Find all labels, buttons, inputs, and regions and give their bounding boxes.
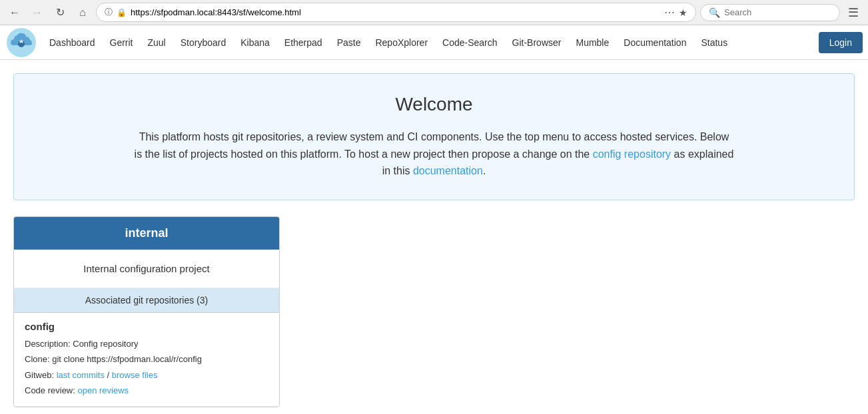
nav-etherpad[interactable]: Etherpad [278, 33, 329, 52]
git-repos-header: Associated git repositories (3) [14, 288, 279, 313]
nav-kibana[interactable]: Kibana [234, 33, 276, 52]
nav-code-search[interactable]: Code-Search [436, 33, 504, 52]
hamburger-menu-button[interactable]: ☰ [844, 3, 863, 22]
app-navbar: Dashboard Gerrit Zuul Storyboard Kibana … [0, 25, 868, 60]
url-input[interactable] [131, 7, 660, 17]
last-commits-link[interactable]: last commits [57, 370, 105, 380]
browser-toolbar: ← → ↻ ⌂ ⓘ 🔒 ⋯ ★ 🔍 ☰ [0, 0, 868, 25]
nav-documentation[interactable]: Documentation [617, 33, 693, 52]
browser-search-bar: 🔍 [700, 4, 840, 21]
repo-description-label: Description: Config repository [25, 339, 139, 349]
repo-info: Description: Config repository Clone: gi… [25, 336, 268, 399]
nav-mumble[interactable]: Mumble [569, 33, 616, 52]
search-input[interactable] [724, 7, 831, 17]
nav-gerrit[interactable]: Gerrit [103, 33, 140, 52]
open-reviews-link[interactable]: open reviews [77, 385, 129, 395]
welcome-title: Welcome [41, 94, 827, 115]
repo-gitweb-label: Gitweb: [25, 370, 57, 380]
search-icon: 🔍 [709, 7, 720, 18]
project-header: internal [14, 217, 279, 250]
repo-gitweb-sep: / [105, 370, 112, 380]
nav-paste[interactable]: Paste [330, 33, 368, 52]
nav-repoxplorer[interactable]: RepoXplorer [368, 33, 434, 52]
app-logo [5, 27, 37, 59]
welcome-end-text: . [483, 165, 486, 176]
more-options-icon[interactable]: ⋯ [664, 6, 675, 19]
nav-status[interactable]: Status [694, 33, 734, 52]
project-description: Internal configuration project [14, 250, 279, 288]
nav-links: Dashboard Gerrit Zuul Storyboard Kibana … [43, 33, 819, 52]
lock-icon: 🔒 [117, 8, 127, 17]
nav-storyboard[interactable]: Storyboard [174, 33, 232, 52]
nav-git-browser[interactable]: Git-Browser [506, 33, 568, 52]
forward-button[interactable]: → [28, 3, 47, 22]
repo-clone-label: Clone: git clone https://sfpodman.local/… [25, 354, 202, 364]
login-button[interactable]: Login [819, 32, 863, 53]
welcome-text: This platform hosts git repositories, a … [135, 128, 734, 180]
welcome-box: Welcome This platform hosts git reposito… [13, 73, 855, 200]
nav-dashboard[interactable]: Dashboard [43, 33, 102, 52]
repo-name: config [25, 321, 268, 332]
documentation-link[interactable]: documentation [413, 165, 483, 176]
info-icon[interactable]: ⓘ [105, 7, 113, 18]
browser-chrome: ← → ↻ ⌂ ⓘ 🔒 ⋯ ★ 🔍 ☰ [0, 0, 868, 25]
main-content: Welcome This platform hosts git reposito… [0, 60, 868, 414]
repo-code-review-label: Code review: [25, 385, 77, 395]
browse-files-link[interactable]: browse files [112, 370, 158, 380]
back-button[interactable]: ← [5, 3, 24, 22]
address-bar: ⓘ 🔒 ⋯ ★ [96, 3, 696, 22]
config-repo-link[interactable]: config repository [593, 148, 671, 160]
bookmark-icon[interactable]: ★ [679, 7, 687, 18]
project-card: internal Internal configuration project … [13, 216, 280, 408]
reload-button[interactable]: ↻ [51, 3, 69, 22]
home-button[interactable]: ⌂ [73, 3, 92, 22]
nav-zuul[interactable]: Zuul [141, 33, 173, 52]
repo-item-config: config Description: Config repository Cl… [14, 313, 279, 407]
